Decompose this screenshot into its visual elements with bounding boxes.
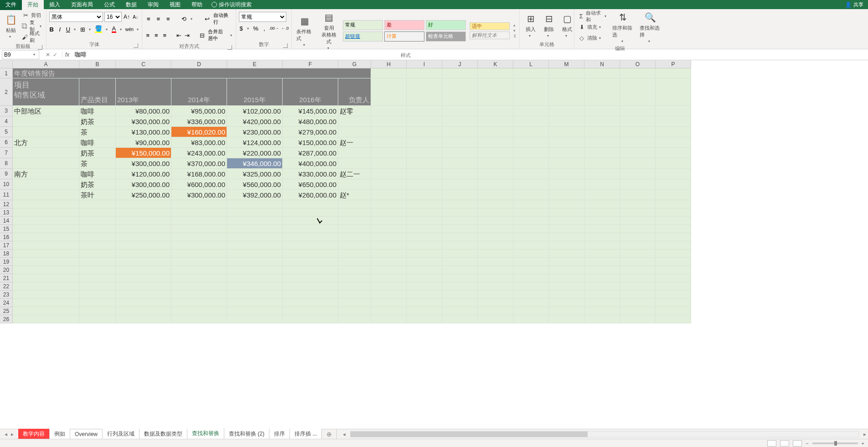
cell-J9[interactable] bbox=[442, 169, 478, 179]
page-break-view-button[interactable] bbox=[793, 440, 802, 447]
cell-H17[interactable] bbox=[371, 241, 407, 249]
cell-I5[interactable] bbox=[407, 127, 442, 137]
sheet-tab-sort[interactable]: 排序 bbox=[269, 429, 290, 439]
share-button[interactable]: 👤 共享 bbox=[841, 1, 868, 8]
row-header-12[interactable]: 12 bbox=[0, 200, 13, 208]
cell-L7[interactable] bbox=[513, 148, 549, 158]
horizontal-scrollbar[interactable] bbox=[350, 431, 859, 437]
cell-O20[interactable] bbox=[620, 266, 656, 274]
cell-F16[interactable] bbox=[283, 233, 338, 241]
row-header-13[interactable]: 13 bbox=[0, 208, 13, 217]
cell-C10[interactable]: ¥300,000.00 bbox=[116, 179, 171, 190]
cell-B26[interactable] bbox=[79, 315, 116, 323]
cell-D18[interactable] bbox=[171, 249, 227, 258]
cell-J6[interactable] bbox=[442, 137, 478, 148]
tab-insert[interactable]: 插入 bbox=[44, 0, 66, 10]
row-header-20[interactable]: 20 bbox=[0, 266, 13, 274]
cell-M13[interactable] bbox=[549, 208, 584, 217]
cell-E6[interactable]: ¥124,000.00 bbox=[227, 137, 283, 148]
cell-K13[interactable] bbox=[478, 208, 513, 217]
cell-K4[interactable] bbox=[478, 116, 513, 127]
zoom-in-icon[interactable]: + bbox=[862, 441, 864, 446]
cell-F22[interactable] bbox=[283, 282, 338, 291]
cell-N6[interactable] bbox=[584, 137, 620, 148]
cell-L17[interactable] bbox=[513, 241, 549, 249]
cell-A8[interactable] bbox=[13, 158, 79, 169]
cell-C7[interactable]: ¥150,000.00 bbox=[116, 148, 171, 158]
row-header-15[interactable]: 15 bbox=[0, 225, 13, 233]
cell-F3[interactable]: ¥145,000.00 bbox=[283, 106, 338, 116]
cell-M22[interactable] bbox=[549, 282, 584, 291]
cell-D23[interactable] bbox=[171, 291, 227, 299]
cell-J20[interactable] bbox=[442, 266, 478, 274]
cell-K19[interactable] bbox=[478, 258, 513, 266]
cell-F7[interactable]: ¥287,000.00 bbox=[283, 148, 338, 158]
cell-A5[interactable] bbox=[13, 127, 79, 137]
align-middle-icon[interactable]: ≡ bbox=[155, 15, 161, 22]
comma-icon[interactable]: , bbox=[262, 25, 267, 32]
cell-B24[interactable] bbox=[79, 299, 116, 307]
cell-N14[interactable] bbox=[584, 217, 620, 225]
style-calc[interactable]: 计算 bbox=[384, 31, 424, 42]
cell-P16[interactable] bbox=[656, 233, 691, 241]
row-header-23[interactable]: 23 bbox=[0, 291, 13, 299]
cell-H23[interactable] bbox=[371, 291, 407, 299]
cell-J24[interactable] bbox=[442, 299, 478, 307]
cell-G10[interactable] bbox=[338, 179, 371, 190]
cell-M3[interactable] bbox=[549, 106, 584, 116]
cell-J4[interactable] bbox=[442, 116, 478, 127]
cell-H11[interactable] bbox=[371, 190, 407, 200]
cell-P1[interactable] bbox=[656, 68, 691, 78]
insert-cells-button[interactable]: ⊞插入▾ bbox=[522, 10, 539, 40]
cell-K6[interactable] bbox=[478, 137, 513, 148]
merge-center-button[interactable]: 合并后居中 bbox=[208, 28, 227, 42]
row-header-5[interactable]: 5 bbox=[0, 127, 13, 137]
cell-L6[interactable] bbox=[513, 137, 549, 148]
cut-button[interactable]: ✂剪切 bbox=[21, 10, 43, 20]
cell-K9[interactable] bbox=[478, 169, 513, 179]
sheet-tab-overview[interactable]: Overview bbox=[70, 430, 103, 439]
cell-F8[interactable]: ¥400,000.00 bbox=[283, 158, 338, 169]
cancel-edit-icon[interactable]: ✕ bbox=[46, 52, 50, 58]
sheet-nav-next-icon[interactable]: ▸ bbox=[11, 431, 14, 437]
normal-view-button[interactable] bbox=[767, 440, 776, 447]
cell-H26[interactable] bbox=[371, 315, 407, 323]
cell-C2[interactable]: 2013年 bbox=[116, 78, 171, 106]
col-header-P[interactable]: P bbox=[656, 60, 691, 68]
cell-M16[interactable] bbox=[549, 233, 584, 241]
cell-B12[interactable] bbox=[79, 200, 116, 208]
sheet-tab-findreplace2[interactable]: 查找和替换 (2) bbox=[224, 429, 269, 439]
row-header-25[interactable]: 25 bbox=[0, 307, 13, 315]
tab-layout[interactable]: 页面布局 bbox=[66, 0, 98, 10]
cell-N18[interactable] bbox=[584, 249, 620, 258]
sheet-tab-teaching[interactable]: 教学内容 bbox=[18, 429, 50, 439]
zoom-slider[interactable] bbox=[812, 442, 858, 444]
cell-F4[interactable]: ¥480,000.00 bbox=[283, 116, 338, 127]
sheet-tab-datatypes[interactable]: 数据及数据类型 bbox=[140, 429, 187, 439]
row-header-22[interactable]: 22 bbox=[0, 282, 13, 291]
cell-J1[interactable] bbox=[442, 68, 478, 78]
cell-J22[interactable] bbox=[442, 282, 478, 291]
row-headers[interactable]: 1234567891011121314151617181920212223242… bbox=[0, 68, 13, 323]
row-header-6[interactable]: 6 bbox=[0, 137, 13, 148]
cell-G25[interactable] bbox=[338, 307, 371, 315]
align-top-icon[interactable]: ≡ bbox=[145, 15, 152, 22]
cell-B5[interactable]: 茶 bbox=[79, 127, 116, 137]
cell-M23[interactable] bbox=[549, 291, 584, 299]
style-hyperlink[interactable]: 超链接 bbox=[343, 31, 383, 42]
cell-I14[interactable] bbox=[407, 217, 442, 225]
cell-D6[interactable]: ¥83,000.00 bbox=[171, 137, 227, 148]
cell-C13[interactable] bbox=[116, 208, 171, 217]
cell-L3[interactable] bbox=[513, 106, 549, 116]
cell-J15[interactable] bbox=[442, 225, 478, 233]
cell-O21[interactable] bbox=[620, 274, 656, 282]
cell-N2[interactable] bbox=[584, 78, 620, 106]
cell-C4[interactable]: ¥300,000.00 bbox=[116, 116, 171, 127]
select-all-corner[interactable] bbox=[0, 60, 13, 68]
cell-O14[interactable] bbox=[620, 217, 656, 225]
cell-N17[interactable] bbox=[584, 241, 620, 249]
row-header-19[interactable]: 19 bbox=[0, 258, 13, 266]
cell-I26[interactable] bbox=[407, 315, 442, 323]
cell-B9[interactable]: 咖啡 bbox=[79, 169, 116, 179]
col-header-K[interactable]: K bbox=[478, 60, 513, 68]
